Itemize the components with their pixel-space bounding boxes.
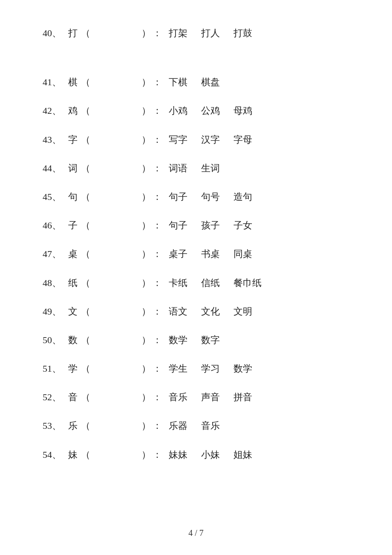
entry-50: 50、数（）：数学数字 [43,332,349,347]
entry-43-colon: ： [153,132,162,147]
entry-54-word-0: 妹妹 [169,447,187,462]
entry-52-paren-close: ） [141,390,151,405]
entry-53-char: 乐 [68,418,81,433]
entry-43: 43、字（）：写字汉字字母 [43,132,349,147]
entry-52-number: 52、 [43,390,68,405]
entry-43-word-1: 汉字 [201,132,220,147]
entry-50-paren-open: （ [81,332,90,347]
entry-40-word-1: 打人 [201,26,220,40]
entry-45-word-1: 句号 [201,189,220,204]
entry-46-paren-open: （ [81,218,90,233]
entry-47-paren-open: （ [81,246,90,261]
entry-45-paren-close: ） [141,189,151,204]
entry-48-word-1: 信纸 [201,275,220,290]
entry-47-number: 47、 [43,246,68,261]
entry-42-words: 小鸡公鸡母鸡 [169,103,252,118]
entry-40-char: 打 [68,26,81,40]
entry-49-word-0: 语文 [169,304,187,319]
entry-45-paren-open: （ [81,189,90,204]
entry-42-word-2: 母鸡 [233,103,252,118]
entry-48: 48、纸（）：卡纸信纸餐巾纸 [43,275,349,290]
entry-51-words: 学生学习数学 [169,361,252,376]
entry-45-words: 句子句号造句 [169,189,252,204]
entry-52: 52、音（）：音乐声音拼音 [43,390,349,405]
entry-44-number: 44、 [43,161,68,176]
entry-48-number: 48、 [43,275,68,290]
entry-41-words: 下棋棋盘 [169,75,220,90]
entry-51-paren-open: （ [81,361,90,376]
page-footer: 4 / 7 [0,528,392,538]
entry-47-char: 桌 [68,246,81,261]
entry-52-word-1: 声音 [201,390,220,405]
entry-42-paren-close: ） [141,103,151,118]
entry-46-word-2: 子女 [233,218,252,233]
entry-42-word-0: 小鸡 [169,103,187,118]
entry-41-word-1: 棋盘 [201,75,220,90]
entry-41: 41、棋（）：下棋棋盘 [43,75,349,90]
entry-40: 40、打（）：打架打人打鼓 [43,26,349,40]
entry-46-word-1: 孩子 [201,218,220,233]
entry-40-number: 40、 [43,26,68,40]
entry-53-colon: ： [153,418,162,433]
entry-47-word-0: 桌子 [169,246,187,261]
entry-43-char: 字 [68,132,81,147]
entry-49-word-2: 文明 [233,304,252,319]
entry-51-paren-close: ） [141,361,151,376]
entry-50-number: 50、 [43,332,68,347]
entry-51-colon: ： [153,361,162,376]
entry-45: 45、句（）：句子句号造句 [43,189,349,204]
entry-42-word-1: 公鸡 [201,103,220,118]
entry-40-words: 打架打人打鼓 [169,26,252,40]
entry-40-word-2: 打鼓 [233,26,252,40]
entry-53-paren-close: ） [141,418,151,433]
entry-49-char: 文 [68,304,81,319]
entry-45-char: 句 [68,189,81,204]
entry-53-word-0: 乐器 [169,418,187,433]
entry-48-word-0: 卡纸 [169,275,187,290]
entry-49-colon: ： [153,304,162,319]
entry-52-char: 音 [68,390,81,405]
entry-50-word-1: 数字 [201,332,220,347]
entry-46-words: 句子孩子子女 [169,218,252,233]
entry-53: 53、乐（）：乐器音乐 [43,418,349,433]
entry-45-word-2: 造句 [233,189,252,204]
entry-54-char: 妹 [68,447,81,462]
entry-44-word-1: 生词 [201,161,220,176]
entry-50-paren-close: ） [141,332,151,347]
entry-46: 46、子（）：句子孩子子女 [43,218,349,233]
entry-46-colon: ： [153,218,162,233]
entry-41-number: 41、 [43,75,68,90]
entry-49-word-1: 文化 [201,304,220,319]
entry-45-number: 45、 [43,189,68,204]
entry-54-colon: ： [153,447,162,462]
page: 40、打（）：打架打人打鼓41、棋（）：下棋棋盘42、鸡（）：小鸡公鸡母鸡43、… [0,0,392,555]
entry-54: 54、妹（）：妹妹小妹姐妹 [43,447,349,462]
entry-50-char: 数 [68,332,81,347]
entry-48-word-2: 餐巾纸 [233,275,262,290]
entry-48-char: 纸 [68,275,81,290]
entry-45-colon: ： [153,189,162,204]
entry-44: 44、词（）：词语生词 [43,161,349,176]
entry-43-word-0: 写字 [169,132,187,147]
entry-51-number: 51、 [43,361,68,376]
entry-43-paren-open: （ [81,132,90,147]
entry-52-word-2: 拼音 [233,390,252,405]
entry-54-word-2: 姐妹 [233,447,252,462]
entry-41-char: 棋 [68,75,81,90]
entry-47-words: 桌子书桌同桌 [169,246,252,261]
entry-54-word-1: 小妹 [201,447,220,462]
entry-49-number: 49、 [43,304,68,319]
entry-52-words: 音乐声音拼音 [169,390,252,405]
entry-51-word-1: 学习 [201,361,220,376]
entry-54-words: 妹妹小妹姐妹 [169,447,252,462]
entry-48-words: 卡纸信纸餐巾纸 [169,275,262,290]
entry-42-char: 鸡 [68,103,81,118]
entry-41-paren-close: ） [141,75,151,90]
entry-49-words: 语文文化文明 [169,304,252,319]
entry-47: 47、桌（）：桌子书桌同桌 [43,246,349,261]
entry-54-number: 54、 [43,447,68,462]
entry-50-words: 数学数字 [169,332,220,347]
entry-41-word-0: 下棋 [169,75,187,90]
entry-50-colon: ： [153,332,162,347]
entry-41-colon: ： [153,75,162,90]
